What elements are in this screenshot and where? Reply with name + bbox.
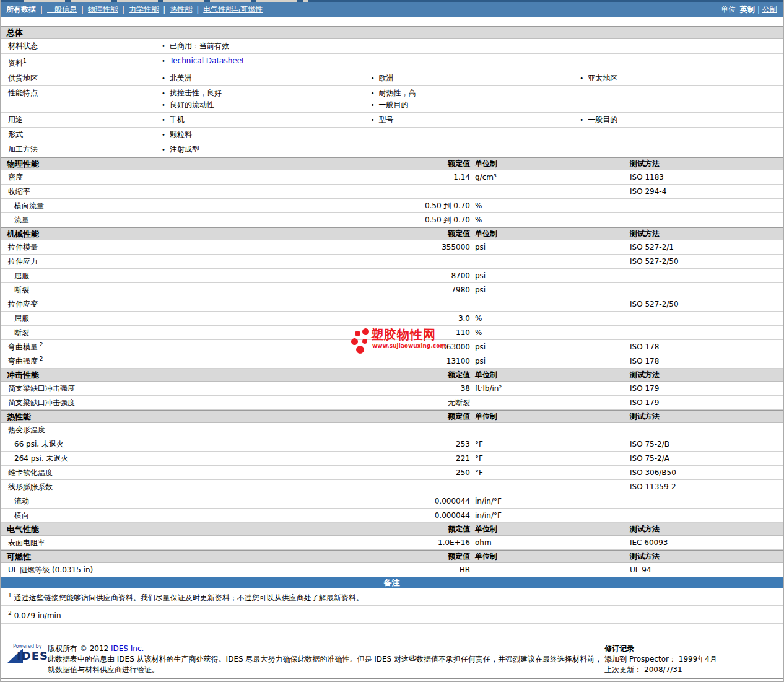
list-item: •一般目的 bbox=[365, 99, 574, 111]
tab-mechanical[interactable]: 力学性能 bbox=[129, 4, 159, 15]
general-value-column: •颗粒料 bbox=[155, 129, 365, 141]
test-method: ISO 527-2/50 bbox=[627, 300, 783, 308]
section-header: 冲击性能额定值单位制测试方法 bbox=[1, 369, 783, 382]
column-header-value: 额定值 bbox=[352, 159, 470, 169]
test-method: ISO 11359-2 bbox=[627, 483, 783, 491]
property-value: 253 bbox=[352, 440, 470, 448]
property-label: 性能特点 bbox=[1, 87, 155, 99]
property-value: 1.0E+16 bbox=[352, 538, 470, 547]
column-header-unit: 单位制 bbox=[470, 159, 627, 169]
property-label: 断裂 bbox=[1, 328, 352, 338]
tab-fragments bbox=[24, 0, 308, 2]
list-item: •抗撞击性，良好 bbox=[155, 87, 365, 99]
revision-row-updated: 上次更新： 2008/7/31 bbox=[604, 665, 777, 675]
tab-thermal[interactable]: 热性能 bbox=[170, 4, 192, 15]
general-value-text: 一般目的 bbox=[379, 99, 409, 111]
general-value-text: 颗粒料 bbox=[170, 129, 192, 141]
notes-rows: 1通过这些链接您能够访问供应商资料。我们尽量保证及时更新资料；不过您可以从供应商… bbox=[1, 588, 783, 624]
property-label: 弯曲强度 2 bbox=[1, 356, 352, 367]
general-value-column: •亚太地区 bbox=[573, 72, 783, 84]
property-row: 拉伸模量355000psiISO 527-2/1 bbox=[1, 240, 783, 255]
property-label: 热变形温度 bbox=[1, 425, 352, 435]
units-label: 单位 bbox=[721, 4, 736, 15]
column-header-unit: 单位制 bbox=[470, 411, 627, 422]
column-header-unit: 单位制 bbox=[470, 524, 627, 535]
general-value-text: 型号 bbox=[379, 114, 394, 126]
property-unit: % bbox=[470, 216, 627, 224]
footnote-marker: 2 bbox=[38, 356, 43, 362]
bullet-icon: • bbox=[162, 87, 165, 99]
column-header-method: 测试方法 bbox=[627, 370, 783, 380]
general-value-text: 已商用：当前有效 bbox=[170, 40, 229, 52]
property-value: 221 bbox=[352, 454, 470, 463]
note-row: 1通过这些链接您能够访问供应商资料。我们尽量保证及时更新资料；不过您可以从供应商… bbox=[1, 588, 783, 606]
general-section-title: 总体 bbox=[1, 27, 783, 38]
property-value: 3.0 bbox=[352, 314, 470, 323]
browser-tabstrip-fragment bbox=[1, 0, 783, 2]
property-unit: psi bbox=[470, 271, 627, 280]
property-value: 110 bbox=[352, 328, 470, 337]
test-method: ISO 178 bbox=[627, 343, 783, 351]
property-row: 弯曲模量 2363000psiISO 178 bbox=[1, 340, 783, 354]
unit-metric-link[interactable]: 公制 bbox=[762, 4, 777, 15]
property-value: 363000 bbox=[352, 343, 470, 351]
list-item: •一般目的 bbox=[573, 114, 783, 126]
column-header-unit: 单位制 bbox=[470, 370, 627, 380]
column-header-value: 额定值 bbox=[352, 411, 470, 422]
general-value-text: 手机 bbox=[170, 114, 185, 126]
technical-datasheet-link[interactable]: Technical Datasheet bbox=[170, 55, 245, 67]
property-value: 0.000044 bbox=[352, 511, 470, 520]
bullet-icon: • bbox=[162, 40, 165, 52]
general-row: 加工方法•注射成型 bbox=[1, 142, 783, 157]
property-unit: psi bbox=[470, 286, 627, 294]
property-value: 7980 bbox=[352, 286, 470, 294]
property-row: 断裂110% bbox=[1, 326, 783, 340]
section-header: 电气性能额定值单位制测试方法 bbox=[1, 523, 783, 536]
revision-title: 修订记录 bbox=[604, 644, 777, 654]
tab-electrical-flammability[interactable]: 电气性能与可燃性 bbox=[203, 4, 263, 15]
property-row: 264 psi, 未退火221°FISO 75-2/A bbox=[1, 452, 783, 466]
tab-physical[interactable]: 物理性能 bbox=[88, 4, 118, 15]
property-row: 简支梁缺口冲击强度38ft·lb/in²ISO 179 bbox=[1, 382, 783, 396]
test-method: ISO 1183 bbox=[627, 173, 783, 181]
property-label: UL 阻燃等级 (0.0315 in) bbox=[1, 565, 352, 575]
column-header-unit: 单位制 bbox=[470, 551, 627, 562]
property-value: 8700 bbox=[352, 271, 470, 280]
bullet-icon: • bbox=[371, 99, 375, 111]
property-label: 流量 bbox=[1, 215, 352, 225]
note-text: 通过这些链接您能够访问供应商资料。我们尽量保证及时更新资料；不过您可以从供应商处… bbox=[14, 593, 364, 602]
ides-inc-link[interactable]: IDES Inc. bbox=[111, 644, 144, 653]
unit-separator: | bbox=[757, 6, 760, 14]
bullet-icon: • bbox=[162, 55, 165, 67]
general-row: 性能特点•抗撞击性，良好•良好的流动性•耐热性，高•一般目的 bbox=[1, 86, 783, 113]
property-label: 用途 bbox=[1, 114, 155, 126]
property-unit: % bbox=[470, 328, 627, 337]
property-unit: psi bbox=[470, 243, 627, 251]
nav-separator: | bbox=[196, 6, 199, 14]
bullet-icon: • bbox=[580, 72, 583, 84]
tab-general-info[interactable]: 一般信息 bbox=[47, 4, 77, 15]
bullet-icon: • bbox=[371, 87, 375, 99]
footnote-marker: 1 bbox=[23, 58, 27, 64]
general-rows: 材料状态•已商用：当前有效资料1•Technical Datasheet供货地区… bbox=[1, 39, 783, 157]
list-item: •北美洲 bbox=[155, 72, 365, 84]
property-sections: 物理性能额定值单位制测试方法密度1.14g/cm³ISO 1183收缩率ISO … bbox=[1, 157, 783, 577]
bullet-icon: • bbox=[162, 129, 165, 141]
list-item: •Technical Datasheet bbox=[155, 55, 365, 67]
property-value: 0.50 到 0.70 bbox=[352, 215, 470, 225]
general-value-column: •手机 bbox=[155, 114, 365, 126]
footnote-marker: 2 bbox=[8, 610, 12, 616]
property-unit: % bbox=[470, 314, 627, 323]
property-row: 流动0.000044in/in/°F bbox=[1, 494, 783, 509]
revision-record: 修订记录 添加到 Prospector： 1999年4月 上次更新： 2008/… bbox=[604, 644, 777, 675]
general-value-text: 北美洲 bbox=[170, 72, 192, 84]
spacer bbox=[1, 17, 783, 26]
bullet-icon: • bbox=[162, 114, 165, 126]
property-value: 355000 bbox=[352, 243, 470, 251]
section-title: 热性能 bbox=[1, 411, 352, 422]
list-item: •手机 bbox=[155, 114, 365, 126]
property-row: 屈服3.0% bbox=[1, 312, 783, 326]
property-value: 1.14 bbox=[352, 173, 470, 181]
list-item: •欧洲 bbox=[365, 72, 574, 84]
column-header-value: 额定值 bbox=[352, 229, 470, 239]
